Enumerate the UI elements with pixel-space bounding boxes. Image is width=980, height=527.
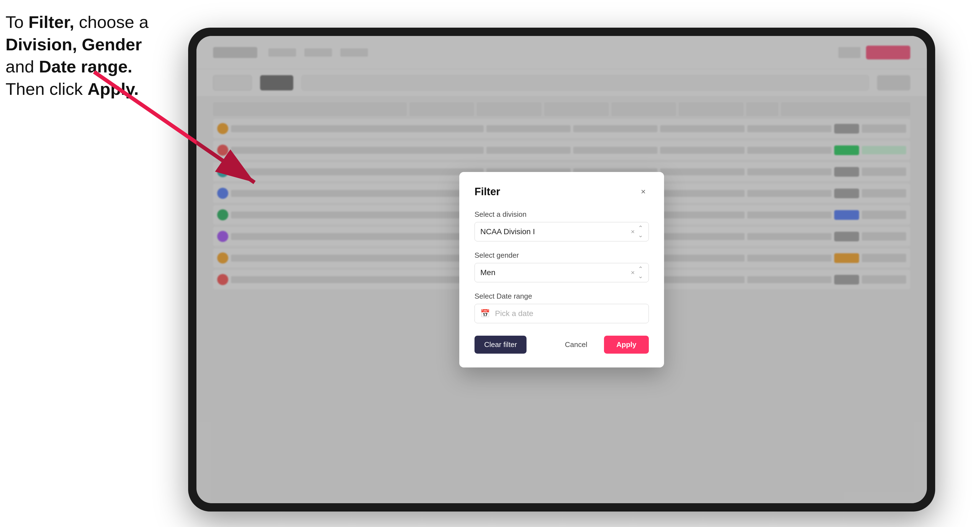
gender-form-group: Select gender Men × ⌃⌄ xyxy=(474,251,649,282)
calendar-icon: 📅 xyxy=(480,309,490,318)
instruction-bold-division-gender: Division, Gender xyxy=(6,35,142,54)
division-select[interactable]: NCAA Division I × ⌃⌄ xyxy=(474,222,649,241)
gender-select[interactable]: Men × ⌃⌄ xyxy=(474,263,649,282)
modal-close-button[interactable]: × xyxy=(638,186,649,197)
clear-filter-button[interactable]: Clear filter xyxy=(474,336,527,354)
instruction-line1: To Filter, choose a xyxy=(6,13,149,32)
date-input[interactable]: 📅 Pick a date xyxy=(474,304,649,323)
division-form-group: Select a division NCAA Division I × ⌃⌄ xyxy=(474,210,649,241)
instruction-text: To Filter, choose a Division, Gender and… xyxy=(6,11,166,100)
filter-modal: Filter × Select a division NCAA Division… xyxy=(459,172,664,367)
gender-clear-icon[interactable]: × xyxy=(631,269,635,276)
modal-footer: Clear filter Cancel Apply xyxy=(474,336,649,354)
date-placeholder: Pick a date xyxy=(495,309,533,318)
date-form-group: Select Date range 📅 Pick a date xyxy=(474,292,649,323)
modal-header: Filter × xyxy=(474,186,649,198)
apply-button[interactable]: Apply xyxy=(604,336,649,354)
tablet-screen: Filter × Select a division NCAA Division… xyxy=(196,36,927,503)
gender-label: Select gender xyxy=(474,251,649,260)
instruction-line4: Then click Apply. xyxy=(6,79,138,98)
tablet-frame: Filter × Select a division NCAA Division… xyxy=(188,28,935,511)
modal-overlay: Filter × Select a division NCAA Division… xyxy=(196,36,927,503)
gender-select-controls: × ⌃⌄ xyxy=(631,265,643,280)
modal-footer-right: Cancel Apply xyxy=(555,336,649,354)
division-select-controls: × ⌃⌄ xyxy=(631,224,643,239)
division-select-value: NCAA Division I xyxy=(480,227,535,236)
gender-select-value: Men xyxy=(480,268,495,277)
instruction-line3: and Date range. xyxy=(6,57,132,76)
gender-chevron-icon: ⌃⌄ xyxy=(638,265,643,280)
date-label: Select Date range xyxy=(474,292,649,300)
division-clear-icon[interactable]: × xyxy=(631,228,635,236)
division-label: Select a division xyxy=(474,210,649,219)
modal-title: Filter xyxy=(474,186,500,198)
cancel-button[interactable]: Cancel xyxy=(555,336,597,354)
division-chevron-icon: ⌃⌄ xyxy=(638,224,643,239)
